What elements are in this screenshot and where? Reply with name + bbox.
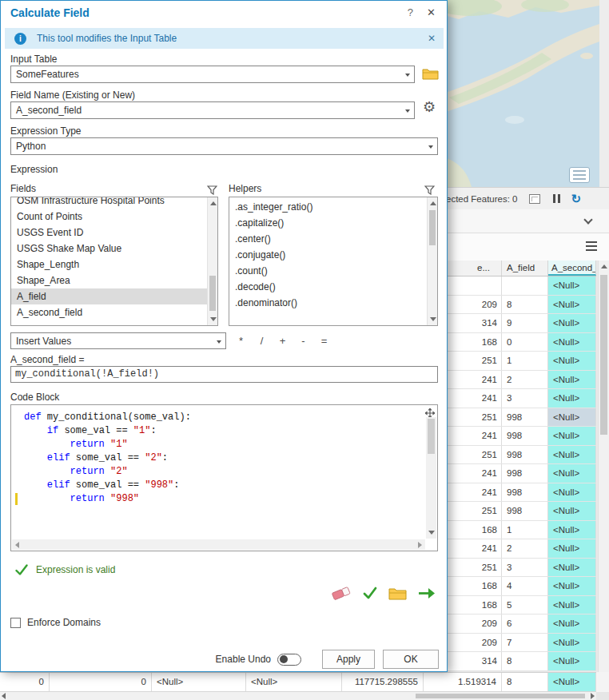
scroll-down-icon[interactable] xyxy=(210,317,217,321)
table-row[interactable]: 241998<Null> xyxy=(441,427,596,446)
helper-list-item[interactable]: .center() xyxy=(229,231,427,247)
fields-scrollbar[interactable] xyxy=(207,197,217,325)
table-row[interactable]: 2412<Null> xyxy=(441,539,596,559)
scrollbar-thumb[interactable] xyxy=(416,694,585,698)
table-row[interactable]: 2097<Null> xyxy=(441,634,596,653)
table-row[interactable]: 3149<Null> xyxy=(441,314,596,333)
insert-values-dropdown[interactable]: Insert Values xyxy=(10,332,226,349)
map-view[interactable] xyxy=(441,0,599,187)
table-row[interactable]: 251998<Null> xyxy=(441,502,596,521)
help-icon[interactable]: ? xyxy=(408,6,413,18)
field-list-item[interactable]: Shape_Length xyxy=(11,257,207,272)
table-row[interactable]: 2096<Null> xyxy=(441,614,596,634)
table-cell: 8 xyxy=(502,652,548,670)
map-panel-edge xyxy=(599,0,609,187)
field-list-item[interactable]: A_second_field xyxy=(11,304,207,320)
table-row[interactable]: 2511<Null> xyxy=(441,352,596,371)
table-cell: 241 xyxy=(441,539,502,558)
input-table-combobox[interactable]: SomeFeatures xyxy=(10,66,415,83)
scrollbar-thumb[interactable] xyxy=(429,210,436,245)
scroll-right-icon[interactable] xyxy=(591,693,595,699)
operator-button[interactable]: = xyxy=(320,335,328,347)
helper-list-item[interactable]: .conjugate() xyxy=(229,247,427,263)
table-row[interactable]: 241998<Null> xyxy=(441,464,596,483)
input-table-label: Input Table xyxy=(10,54,58,65)
scrollbar-thumb[interactable] xyxy=(428,419,435,454)
dialog-titlebar[interactable]: Calculate Field ? ✕ xyxy=(1,1,447,25)
scroll-down-icon[interactable] xyxy=(428,531,435,535)
table-row[interactable]: 241998<Null> xyxy=(441,483,596,503)
operator-button[interactable]: + xyxy=(279,335,286,347)
browse-folder-icon[interactable] xyxy=(422,67,439,83)
scrollbar-thumb[interactable] xyxy=(600,275,607,435)
expression-input[interactable]: my_conditional(!A_field!) xyxy=(10,366,438,383)
ok-button[interactable]: OK xyxy=(383,650,439,669)
open-folder-icon[interactable] xyxy=(388,587,407,603)
field-list-item[interactable]: OSM Infrastructure Hospital Points xyxy=(11,197,207,209)
operator-button[interactable]: * xyxy=(237,335,245,347)
scroll-up-icon[interactable] xyxy=(430,201,436,205)
field-name-combobox[interactable]: A_second_field xyxy=(10,101,415,119)
code-vertical-scrollbar[interactable] xyxy=(426,417,436,539)
table-row[interactable]: 251998<Null> xyxy=(441,446,596,465)
banner-close-icon[interactable]: ✕ xyxy=(428,33,436,44)
scrollbar-thumb[interactable] xyxy=(209,276,216,311)
refresh-icon[interactable]: ↻ xyxy=(571,193,582,205)
helper-list-item[interactable]: .denominator() xyxy=(229,295,427,311)
table-row[interactable]: 2412<Null> xyxy=(441,371,596,390)
operator-button[interactable]: - xyxy=(300,335,307,347)
code-editor[interactable]: def my_conditional(some_val): if some_va… xyxy=(24,411,424,538)
table-row[interactable]: 2098<Null> xyxy=(441,296,596,315)
table-row[interactable]: 1684<Null> xyxy=(441,577,596,596)
helper-list-item[interactable]: .capitalize() xyxy=(229,215,427,231)
field-list-item[interactable]: Count of Points xyxy=(11,209,207,225)
helper-list-item[interactable]: .as_integer_ratio() xyxy=(229,199,427,215)
column-header-a-field[interactable]: A_field xyxy=(502,261,548,276)
code-horizontal-scrollbar[interactable] xyxy=(12,539,425,550)
column-header-a-second-field[interactable]: A_second_fie xyxy=(548,261,596,276)
scroll-up-icon[interactable] xyxy=(210,201,217,205)
enforce-domains-checkbox[interactable] xyxy=(10,618,21,628)
field-list-item[interactable]: Shape_Area xyxy=(11,272,207,288)
helper-list-item[interactable]: .decode() xyxy=(229,279,427,295)
field-list-item[interactable]: USGS Shake Map Value xyxy=(11,241,207,257)
table-row[interactable]: 2513<Null> xyxy=(441,559,596,578)
code-block[interactable]: def my_conditional(some_val): if some_va… xyxy=(10,404,438,551)
scroll-right-icon[interactable] xyxy=(418,542,422,548)
table-vertical-scrollbar[interactable] xyxy=(598,261,609,692)
close-icon[interactable]: ✕ xyxy=(427,6,436,18)
scroll-down-icon[interactable] xyxy=(430,317,436,321)
clear-selection-icon[interactable] xyxy=(529,194,540,204)
export-arrow-icon[interactable] xyxy=(418,587,436,603)
pause-icon[interactable] xyxy=(553,194,560,203)
verify-check-icon[interactable] xyxy=(363,587,377,603)
helpers-scrollbar[interactable] xyxy=(427,197,437,325)
chevron-down-icon[interactable] xyxy=(583,215,592,224)
table-row[interactable]: 1685<Null> xyxy=(441,596,596,615)
expression-type-combobox[interactable]: Python xyxy=(10,137,438,155)
enable-undo-toggle[interactable] xyxy=(277,654,301,666)
eraser-icon[interactable] xyxy=(331,585,352,604)
table-row[interactable]: 1680<Null> xyxy=(441,333,596,352)
gear-icon[interactable]: ⚙ xyxy=(423,100,436,114)
table-row[interactable]: <Null> xyxy=(441,276,596,296)
scroll-up-icon[interactable] xyxy=(601,264,607,268)
popup-dock-icon[interactable] xyxy=(569,167,590,183)
scroll-left-icon[interactable] xyxy=(15,542,19,548)
field-list-item[interactable]: USGS Event ID xyxy=(11,225,207,241)
table-row[interactable]: 251998<Null> xyxy=(441,408,596,428)
table-row[interactable]: 2413<Null> xyxy=(441,389,596,408)
assignment-label: A_second_field = xyxy=(10,354,84,365)
scroll-left-icon[interactable] xyxy=(2,693,6,699)
helper-list-item[interactable]: .count() xyxy=(229,263,427,279)
table-row[interactable]: 00<Null><Null>117715.2985551.5193148<Nul… xyxy=(0,672,596,692)
operator-button[interactable]: / xyxy=(258,335,265,347)
menu-icon[interactable] xyxy=(586,241,597,253)
table-horizontal-scrollbar[interactable] xyxy=(0,692,596,700)
column-header[interactable]: e... xyxy=(441,261,502,276)
table-row[interactable]: 1681<Null> xyxy=(441,521,596,540)
expression-action-buttons xyxy=(331,585,436,604)
field-list-item[interactable]: A_field xyxy=(11,288,207,304)
table-row[interactable]: 3148<Null> xyxy=(441,652,596,671)
apply-button[interactable]: Apply xyxy=(322,650,375,669)
